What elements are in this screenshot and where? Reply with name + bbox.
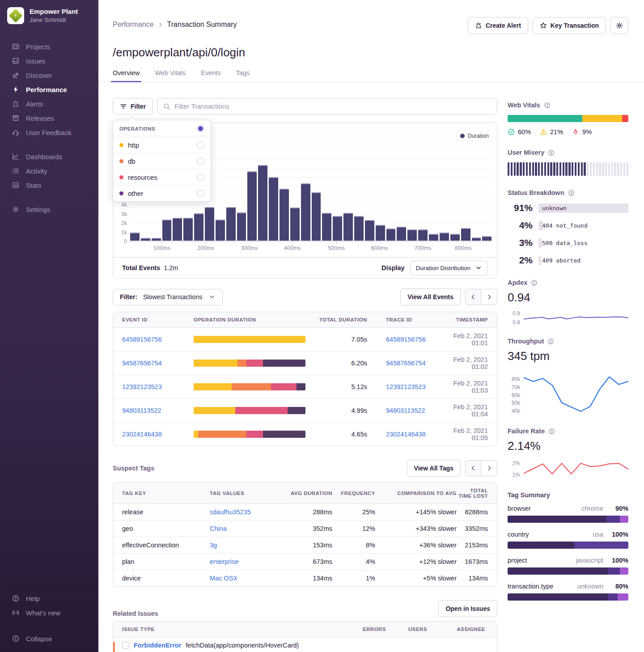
tab-events[interactable]: Events xyxy=(201,69,220,82)
sidebar-item-label: Stats xyxy=(26,182,41,189)
tag-summary-bar xyxy=(508,542,628,549)
operation-option-radio[interactable] xyxy=(197,174,204,181)
flame-icon xyxy=(572,128,579,135)
breadcrumb-performance[interactable]: Performance xyxy=(113,21,154,29)
trace-id-link[interactable]: 94803113522 xyxy=(386,407,425,414)
issue-request: GET /projects/direct/backend/releases/v7… xyxy=(122,649,353,652)
web-vitals-section: Web Vitals 60%21%9% xyxy=(508,102,628,135)
gear-icon xyxy=(616,22,623,29)
trace-id-link[interactable]: 23024146438 xyxy=(386,431,426,438)
warning-icon xyxy=(540,128,547,135)
sidebar-item-alerts[interactable]: Alerts xyxy=(0,97,98,111)
search-input[interactable] xyxy=(174,102,491,110)
sidebar-item-issues[interactable]: Issues xyxy=(0,54,98,68)
org-name: Empower Plant xyxy=(30,8,78,16)
operations-all-radio[interactable] xyxy=(197,125,204,132)
sidebar-item-projects[interactable]: Projects xyxy=(0,39,98,54)
display-select[interactable]: Duration Distribution xyxy=(410,261,488,275)
status-label: unknown xyxy=(542,205,567,212)
op-segment-pink xyxy=(246,431,263,438)
tab-web-vitals[interactable]: Web Vitals xyxy=(155,69,186,82)
column-spacer xyxy=(367,335,386,344)
spark-y-label: 0.9 xyxy=(513,310,520,317)
operation-option-http[interactable]: http xyxy=(113,137,211,153)
filter-icon xyxy=(120,103,127,110)
operation-option-radio[interactable] xyxy=(197,190,204,197)
view-all-events-button[interactable]: View All Events xyxy=(400,288,461,305)
operation-option-db[interactable]: db xyxy=(113,153,211,169)
event-id-link[interactable]: 12392123523 xyxy=(122,383,162,390)
op-segment-orange xyxy=(237,360,246,367)
sidebar-item-help[interactable]: Help xyxy=(0,591,98,605)
breadcrumb: Performance Transaction Summary xyxy=(113,21,237,29)
sidebar-item-label: Collapse xyxy=(26,635,52,643)
tag-value-link[interactable]: 3g xyxy=(210,542,217,549)
event-id-link[interactable]: 23024146438 xyxy=(122,431,162,438)
open-in-issues-button[interactable]: Open in Issues xyxy=(438,600,497,617)
question-icon[interactable] xyxy=(568,190,575,196)
operation-option-resources[interactable]: resources xyxy=(113,169,211,186)
sidebar-item-releases[interactable]: Releases xyxy=(0,111,98,125)
event-id-link[interactable]: 94803113522 xyxy=(122,407,161,414)
key-transaction-button[interactable]: Key Transaction xyxy=(533,17,606,34)
status-label: 409 aborted xyxy=(542,257,580,264)
question-icon[interactable] xyxy=(548,428,555,435)
status-label: 500 data_loss xyxy=(542,240,588,246)
trace-id-link[interactable]: 12392123523 xyxy=(386,383,426,390)
misery-stripe-filled xyxy=(532,162,534,176)
slowest-transactions-select[interactable]: Filter: Slowest Transactions xyxy=(113,289,223,305)
issue-checkbox[interactable] xyxy=(122,642,129,649)
question-icon[interactable] xyxy=(548,149,555,156)
x-axis-tick-label: 600ms xyxy=(371,245,388,251)
tag-value-link[interactable]: Mac OSX xyxy=(210,575,237,582)
question-icon[interactable] xyxy=(531,279,538,286)
operation-option-radio[interactable] xyxy=(197,141,204,149)
event-id-link[interactable]: 64589156756 xyxy=(122,336,162,343)
operation-option-other[interactable]: other xyxy=(113,186,211,201)
sidebar-item-stats[interactable]: Stats xyxy=(0,178,98,192)
tag-value-link[interactable]: enterprise xyxy=(210,558,238,565)
operation-option-radio[interactable] xyxy=(197,157,204,165)
question-icon[interactable] xyxy=(544,102,551,109)
question-icon[interactable] xyxy=(547,338,554,345)
total-duration-cell: 4.99s xyxy=(314,402,367,419)
settings-gear-button[interactable] xyxy=(610,17,628,34)
sidebar-item-what-s-new[interactable]: What's new xyxy=(0,605,98,620)
histogram-bar xyxy=(183,218,193,241)
events-prev-page-button[interactable] xyxy=(465,289,481,305)
op-segment-pink xyxy=(271,383,297,390)
sidebar-item-collapse[interactable]: Collapse xyxy=(0,631,98,646)
dashboards-icon xyxy=(12,152,20,161)
view-all-tags-button[interactable]: View All Tags xyxy=(407,460,461,477)
table-row: effectiveConnection3g153ms8%+36% slower2… xyxy=(113,537,497,554)
throughput-chart: 80k70k60k50k40k xyxy=(524,373,628,414)
sidebar-item-settings[interactable]: Settings xyxy=(0,202,98,216)
app-window: Empower Plant Jane Schmidt ProjectsIssue… xyxy=(0,0,644,652)
trace-id-link[interactable]: 94587656754 xyxy=(386,360,426,367)
status-breakdown-row: 4%404 not_found xyxy=(508,220,628,231)
tag-summary-key: browser xyxy=(508,505,582,512)
resources-color-dot xyxy=(119,175,123,179)
operations-dropdown-header[interactable]: OPERATIONS xyxy=(113,120,211,137)
sidebar-item-performance[interactable]: Performance xyxy=(0,82,98,97)
sidebar-item-activity[interactable]: Activity xyxy=(0,164,98,178)
issue-error-type-link[interactable]: ForbiddenError xyxy=(134,642,181,649)
column-header-operation-duration: OPERATION DURATION xyxy=(194,312,314,327)
tab-tags[interactable]: Tags xyxy=(236,69,250,82)
tags-next-page-button[interactable] xyxy=(481,460,497,476)
create-alert-button[interactable]: Create Alert xyxy=(468,17,528,34)
tag-value-link[interactable]: China xyxy=(210,525,227,532)
trace-id-link[interactable]: 64589156756 xyxy=(386,336,426,343)
sidebar-item-user-feedback[interactable]: User Feedback xyxy=(0,125,98,140)
org-switcher[interactable]: Empower Plant Jane Schmidt xyxy=(0,7,98,24)
sidebar-item-discover[interactable]: Discover xyxy=(0,68,98,82)
filter-button[interactable]: Filter xyxy=(113,98,153,114)
tag-value-link[interactable]: sdaufhu35235 xyxy=(210,508,251,516)
events-next-page-button[interactable] xyxy=(481,289,497,305)
table-row: 948031135224.99s94803113522Feb 2, 2021 0… xyxy=(113,399,497,423)
event-id-link[interactable]: 94587656754 xyxy=(122,360,162,367)
sidebar-item-label: Alerts xyxy=(26,100,43,108)
sidebar-item-dashboards[interactable]: Dashboards xyxy=(0,149,98,164)
tags-prev-page-button[interactable] xyxy=(465,460,481,476)
tab-overview[interactable]: Overview xyxy=(113,69,140,82)
